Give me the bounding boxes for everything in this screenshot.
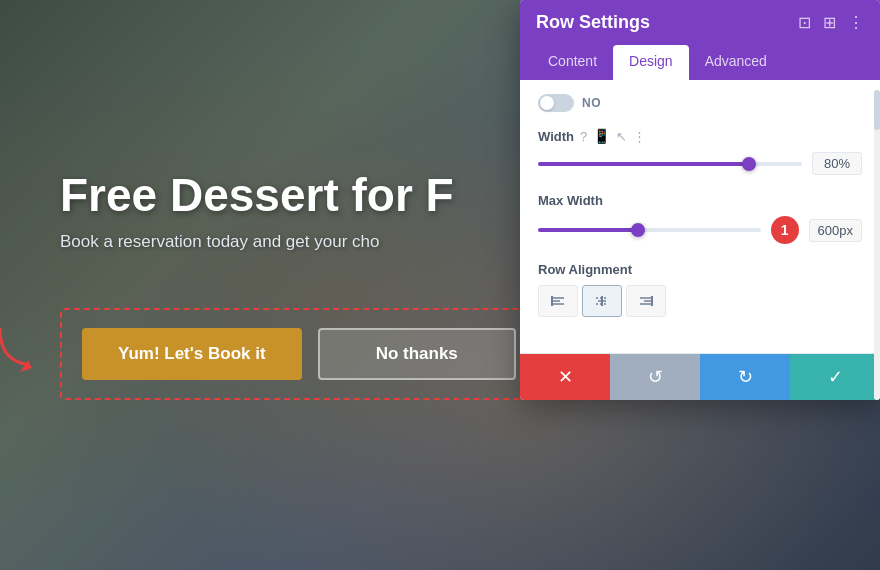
- width-slider-track[interactable]: [538, 162, 802, 166]
- width-slider-thumb[interactable]: [742, 157, 756, 171]
- max-width-label: Max Width: [538, 193, 603, 208]
- resize-icon[interactable]: ⊡: [798, 13, 811, 32]
- width-phone-icon[interactable]: 📱: [593, 128, 610, 144]
- max-width-badge: 1: [771, 216, 799, 244]
- redo-button[interactable]: ↻: [700, 354, 790, 400]
- align-center-button[interactable]: [582, 285, 622, 317]
- toggle-label: NO: [582, 96, 601, 110]
- alignment-buttons: [538, 285, 862, 317]
- panel-footer: ✕ ↺ ↻ ✓: [520, 353, 880, 400]
- settings-panel: Row Settings ⊡ ⊞ ⋮ Content Design Advanc…: [520, 0, 880, 400]
- selection-box: Yum! Let's Book it No thanks: [60, 308, 538, 400]
- page-subtitle: Book a reservation today and get your ch…: [60, 232, 379, 252]
- width-help-icon[interactable]: ?: [580, 129, 587, 144]
- row-alignment-setting: Row Alignment: [538, 262, 862, 317]
- max-width-slider-track[interactable]: [538, 228, 761, 232]
- align-left-button[interactable]: [538, 285, 578, 317]
- width-cursor-icon[interactable]: ↖: [616, 129, 627, 144]
- max-width-label-row: Max Width: [538, 193, 862, 208]
- scrollbar-thumb: [874, 90, 880, 130]
- more-icon[interactable]: ⋮: [848, 13, 864, 32]
- toggle-row: NO: [538, 94, 862, 112]
- align-right-button[interactable]: [626, 285, 666, 317]
- max-width-slider-thumb[interactable]: [631, 223, 645, 237]
- row-alignment-label-row: Row Alignment: [538, 262, 862, 277]
- width-setting: Width ? 📱 ↖ ⋮ 80%: [538, 128, 862, 175]
- panel-title: Row Settings: [536, 12, 650, 33]
- columns-icon[interactable]: ⊞: [823, 13, 836, 32]
- width-label-row: Width ? 📱 ↖ ⋮: [538, 128, 862, 144]
- width-more-icon[interactable]: ⋮: [633, 129, 646, 144]
- width-slider-fill: [538, 162, 749, 166]
- width-value[interactable]: 80%: [812, 152, 862, 175]
- tab-advanced[interactable]: Advanced: [689, 45, 783, 80]
- book-button[interactable]: Yum! Let's Book it: [82, 328, 302, 380]
- tab-design[interactable]: Design: [613, 45, 689, 80]
- undo-button[interactable]: ↺: [610, 354, 700, 400]
- panel-tabs: Content Design Advanced: [520, 45, 880, 80]
- panel-header-icons: ⊡ ⊞ ⋮: [798, 13, 864, 32]
- panel-body: NO Width ? 📱 ↖ ⋮ 80% Max Width: [520, 80, 880, 353]
- width-label: Width: [538, 129, 574, 144]
- tab-content[interactable]: Content: [532, 45, 613, 80]
- nothanks-button[interactable]: No thanks: [318, 328, 516, 380]
- max-width-setting: Max Width 1 600px: [538, 193, 862, 244]
- max-width-value[interactable]: 600px: [809, 219, 862, 242]
- max-width-slider-fill: [538, 228, 638, 232]
- save-button[interactable]: ✓: [790, 354, 880, 400]
- panel-scrollbar[interactable]: [874, 90, 880, 400]
- panel-header: Row Settings ⊡ ⊞ ⋮: [520, 0, 880, 45]
- row-alignment-label: Row Alignment: [538, 262, 632, 277]
- width-slider-row: 80%: [538, 152, 862, 175]
- page-title: Free Dessert for F: [60, 170, 454, 221]
- arrow-indicator: [0, 324, 40, 383]
- toggle-switch[interactable]: [538, 94, 574, 112]
- max-width-slider-row: 1 600px: [538, 216, 862, 244]
- delete-button[interactable]: ✕: [520, 354, 610, 400]
